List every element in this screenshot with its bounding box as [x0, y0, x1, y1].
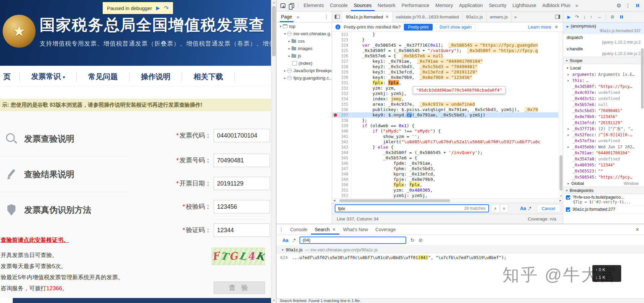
- code-horizontal-scrollbar[interactable]: ◀ ▶: [332, 198, 563, 203]
- scope-variable[interactable]: _0x791ae:"044001700104": [563, 150, 644, 156]
- scope-variable[interactable]: _0x13efcd:"20191129": [563, 120, 644, 126]
- submit-query-button[interactable]: 查 验: [214, 282, 265, 294]
- find-cancel-button[interactable]: Cancel: [537, 204, 560, 212]
- tree-disclosure-icon[interactable]: ▸: [283, 69, 287, 72]
- navigator-page-tab[interactable]: Page: [280, 12, 293, 22]
- toggle-debugger-sidebar-icon[interactable]: [555, 15, 560, 19]
- line-number[interactable]: 338: [332, 118, 352, 123]
- tree-disclosure-icon[interactable]: ▾: [278, 24, 283, 28]
- hotline-number[interactable]: 12366: [46, 285, 62, 292]
- scope-variable[interactable]: ▸_0x37f716:(2) ["广东", "…: [563, 126, 644, 132]
- close-tab-icon[interactable]: ✕: [385, 14, 389, 19]
- tree-item-javascript-breakpo[interactable]: ▸JavaScript Breakpo...: [276, 67, 332, 74]
- scope-variable[interactable]: _0x5c5bd3:"70490481": [563, 108, 644, 114]
- settings-gear-icon[interactable]: ⚙: [616, 2, 621, 9]
- editor-tab-90a1c-js[interactable]: 90a1c.js: [463, 11, 486, 22]
- editor-tab-90a1c-js-formatted[interactable]: 90a1c.js:formatted✕: [342, 11, 392, 22]
- deactivate-breakpoints-button[interactable]: ⊘: [610, 14, 614, 19]
- tree-disclosure-icon[interactable]: ▸: [287, 47, 291, 50]
- search-clear-icon[interactable]: ⊘: [419, 237, 423, 243]
- line-number[interactable]: 331: [332, 80, 352, 86]
- tree-item-fpcy-guangdong-c[interactable]: ▸fpcy.guangdong.c...: [276, 74, 332, 82]
- scope-variable[interactable]: ▸_0x435ebb:Wed Jun 17 202…: [563, 144, 644, 150]
- step-out-button[interactable]: ↑: [590, 14, 592, 19]
- tree-disclosure-icon[interactable]: ▸: [287, 39, 291, 43]
- scope-variable[interactable]: _0x480305:"12344": [563, 162, 644, 168]
- step-into-button[interactable]: ↓: [583, 14, 586, 19]
- tree-item-index[interactable]: (index): [276, 59, 332, 67]
- tree-disclosure-icon[interactable]: ▾: [283, 32, 287, 36]
- scope-variable[interactable]: _0x57ef3a:undefined: [563, 138, 644, 144]
- nav-item-[interactable]: 操作说明: [129, 72, 182, 81]
- vertical-scrollbar-thumb[interactable]: [559, 155, 562, 191]
- line-number[interactable]: 327: [332, 59, 352, 64]
- scrollbar-down-arrow-icon[interactable]: ▼: [271, 299, 276, 302]
- tree-disclosure-icon[interactable]: ▸: [283, 76, 287, 80]
- scope-section-header[interactable]: ▾ Scope: [563, 57, 644, 64]
- scope-variable[interactable]: _0x586545:"https://fpcy…: [563, 174, 644, 180]
- step-over-button[interactable]: ↷: [575, 14, 579, 19]
- devtools-tab-console[interactable]: Console: [327, 0, 351, 11]
- code-vertical-scrollbar[interactable]: ▼: [558, 32, 563, 198]
- toggle-navigator-icon[interactable]: [335, 15, 340, 19]
- scope-variable[interactable]: _0x4d3c51:undefined: [563, 96, 644, 102]
- infobar-close-icon[interactable]: ✕: [554, 24, 559, 30]
- scope-variable[interactable]: _0x4c937e:undefined: [563, 90, 644, 96]
- line-number[interactable]: 345: [332, 155, 352, 161]
- field-input[interactable]: [214, 177, 270, 190]
- line-number[interactable]: 344: [332, 150, 352, 155]
- tree-item-css[interactable]: ▸css: [276, 37, 332, 45]
- scope-variable[interactable]: _0x8e79b9:"123456": [563, 114, 644, 120]
- breakpoint-checkbox[interactable]: [566, 207, 570, 212]
- line-number[interactable]: 348: [332, 171, 352, 177]
- drawer-close-icon[interactable]: ✕: [635, 227, 644, 232]
- call-stack-frame[interactable]: dispatchjquery-1.10.2.min.js:2: [563, 34, 644, 45]
- scope-variable[interactable]: ▸arguments:Arguments [x.E…: [563, 71, 644, 78]
- tree-item-inv-veri-chinatax-g[interactable]: ▾inv-veri.chinatax.g...: [276, 30, 332, 37]
- search-refresh-icon[interactable]: ↻: [410, 237, 415, 243]
- device-toolbar-icon[interactable]: [290, 3, 294, 8]
- drawer-tab-console[interactable]: Console: [286, 224, 311, 235]
- search-match-case-toggle[interactable]: Aa: [282, 238, 288, 243]
- tree-item-js[interactable]: ▸js: [276, 52, 332, 59]
- line-number[interactable]: 326: [332, 53, 352, 59]
- line-number[interactable]: 343: [332, 145, 352, 150]
- regex-toggle[interactable]: .*: [528, 206, 531, 211]
- devtools-tab-performance[interactable]: Performance: [398, 0, 432, 11]
- pretty-print-button[interactable]: Pretty-print: [404, 24, 432, 31]
- search-result-match-row[interactable]: 624 ...u7edf\u5f02\u5e38\uff0c\u8bf7\u91…: [276, 254, 644, 261]
- devtools-tab-lighthouse[interactable]: Lighthouse: [509, 0, 539, 11]
- nav-item-[interactable]: 发票常识▾: [20, 72, 77, 82]
- line-number[interactable]: 346: [332, 161, 352, 166]
- call-stack-frame[interactable]: v.handlejquery-1.10.2.min.js:2: [563, 45, 644, 57]
- line-number[interactable]: 342: [332, 139, 352, 145]
- call-stack-frame[interactable]: (anonymous)90a1c.js:formatted:337: [563, 22, 644, 34]
- line-number[interactable]: 339: [332, 123, 352, 129]
- search-input[interactable]: (04): [300, 237, 406, 244]
- find-next-button[interactable]: ∨: [500, 204, 508, 212]
- inspect-element-icon[interactable]: [280, 3, 285, 8]
- resume-script-icon[interactable]: ▶: [156, 5, 160, 11]
- line-number[interactable]: 341: [332, 134, 352, 139]
- tree-item-top[interactable]: ▾top: [276, 22, 332, 30]
- devtools-tab-elements[interactable]: Elements: [301, 0, 327, 11]
- field-input[interactable]: [214, 154, 270, 167]
- close-search-tab-icon[interactable]: ✕: [332, 227, 336, 232]
- scope-variable[interactable]: _0x5b57e6:null: [563, 102, 644, 108]
- search-result-file-row[interactable]: ▾ 90a1c.js — inv-veri.chinatax.gov.cn/js…: [276, 246, 644, 254]
- line-number[interactable]: 322: [332, 32, 352, 37]
- scroll-right-arrow-icon[interactable]: ▶: [559, 199, 561, 203]
- devtools-tab-sources[interactable]: Sources: [351, 0, 375, 11]
- field-input[interactable]: [214, 223, 270, 237]
- sidebar-scrollbar-thumb[interactable]: [641, 48, 644, 109]
- editor-more-tabs-chevron[interactable]: »: [512, 11, 519, 22]
- line-number[interactable]: 340: [332, 129, 352, 134]
- line-number[interactable]: 334: [332, 96, 352, 102]
- line-number[interactable]: 330: [332, 75, 352, 80]
- horizontal-scrollbar-thumb[interactable]: [339, 199, 450, 202]
- pause-on-exceptions-button[interactable]: [619, 14, 624, 19]
- devtools-tab-security[interactable]: Security: [486, 0, 509, 11]
- find-input[interactable]: fplx 28 matches: [335, 204, 489, 212]
- step-over-icon[interactable]: ↷: [164, 5, 169, 12]
- drawer-menu-icon[interactable]: ⋮: [276, 227, 286, 232]
